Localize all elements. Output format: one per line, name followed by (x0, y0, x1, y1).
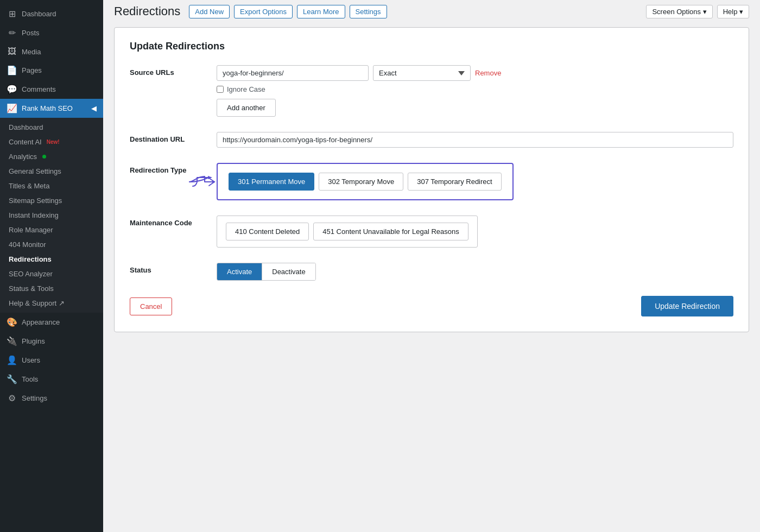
svg-marker-1 (208, 176, 212, 179)
sidebar-item-dashboard[interactable]: ⊞ Dashboard (0, 4, 103, 23)
settings-icon: ⚙ (7, 393, 17, 403)
topbar-right: Screen Options ▾ Help ▾ (646, 5, 749, 18)
rankmath-chevron: ◀ (91, 104, 97, 112)
submenu-titles-meta[interactable]: Titles & Meta (0, 179, 103, 193)
type-302-button[interactable]: 302 Temporary Move (319, 173, 403, 191)
type-307-button[interactable]: 307 Temporary Redirect (408, 173, 502, 191)
destination-url-label: Destination URL (130, 132, 217, 143)
settings-button[interactable]: Settings (350, 5, 387, 18)
ignore-case-row: Ignore Case (217, 85, 733, 93)
export-options-button[interactable]: Export Options (234, 5, 293, 18)
add-new-button[interactable]: Add New (189, 5, 230, 18)
plugins-icon: 🔌 (7, 336, 17, 346)
status-label: Status (130, 263, 217, 274)
match-type-select[interactable]: Exact Contains Starts With Ends With Reg… (373, 65, 471, 81)
sidebar-item-pages[interactable]: 📄 Pages (0, 61, 103, 80)
cancel-button[interactable]: Cancel (130, 297, 172, 315)
sidebar-item-appearance[interactable]: 🎨 Appearance (0, 313, 103, 332)
code-410-button[interactable]: 410 Content Deleted (226, 223, 309, 240)
sidebar-item-tools[interactable]: 🔧 Tools (0, 370, 103, 389)
content-ai-badge: New! (47, 139, 60, 145)
source-urls-label: Source URLs (130, 65, 217, 77)
update-redirection-button[interactable]: Update Redirection (641, 296, 733, 316)
form-card: Update Redirections Source URLs Exact Co… (114, 27, 749, 332)
submenu-seo-analyzer[interactable]: SEO Analyzer (0, 267, 103, 281)
main-content: Redirections Add New Export Options Lear… (103, 0, 760, 532)
submenu-instant-indexing[interactable]: Instant Indexing (0, 208, 103, 223)
code-451-button[interactable]: 451 Content Unavailable for Legal Reason… (313, 223, 468, 240)
form-footer: Cancel Update Redirection (130, 296, 733, 316)
sidebar-item-plugins[interactable]: 🔌 Plugins (0, 332, 103, 351)
remove-link[interactable]: Remove (475, 69, 501, 77)
activate-button[interactable]: Activate (217, 263, 262, 280)
sidebar: ⊞ Dashboard ✏ Posts 🖼 Media 📄 Pages 💬 Co… (0, 0, 103, 532)
users-icon: 👤 (7, 355, 17, 365)
type-buttons: 301 Permanent Move 302 Temporary Move 30… (229, 173, 502, 191)
destination-url-row: Destination URL (130, 132, 733, 148)
appearance-icon: 🎨 (7, 317, 17, 327)
source-url-input-row: Exact Contains Starts With Ends With Reg… (217, 65, 733, 81)
submenu-help-support[interactable]: Help & Support ↗ (0, 296, 103, 311)
submenu-status-tools[interactable]: Status & Tools (0, 281, 103, 296)
section-title: Update Redirections (130, 41, 733, 52)
add-another-button[interactable]: Add another (217, 99, 276, 117)
ignore-case-label[interactable]: Ignore Case (227, 85, 265, 93)
topbar: Redirections Add New Export Options Lear… (103, 0, 760, 18)
media-icon: 🖼 (7, 47, 17, 56)
type-301-button[interactable]: 301 Permanent Move (229, 173, 314, 191)
submenu-404-monitor[interactable]: 404 Monitor (0, 237, 103, 252)
sidebar-item-comments[interactable]: 💬 Comments (0, 80, 103, 99)
arrow-container: 301 Permanent Move 302 Temporary Move 30… (217, 163, 733, 200)
redirection-type-row: Redirection Type (130, 163, 733, 200)
submenu-content-ai[interactable]: Content AI New! (0, 135, 103, 149)
page-title: Redirections (114, 4, 180, 18)
sidebar-item-rankmath[interactable]: 📈 Rank Math SEO ◀ (0, 99, 103, 118)
submenu-analytics[interactable]: Analytics (0, 149, 103, 164)
status-buttons: Activate Deactivate (217, 263, 316, 281)
destination-url-input[interactable] (217, 132, 733, 148)
tools-icon: 🔧 (7, 374, 17, 384)
status-row: Status Activate Deactivate (130, 263, 733, 281)
purple-arrow (192, 175, 213, 188)
ignore-case-checkbox[interactable] (217, 86, 224, 93)
learn-more-button[interactable]: Learn More (297, 5, 345, 18)
submenu-dashboard[interactable]: Dashboard (0, 120, 103, 135)
source-urls-row: Source URLs Exact Contains Starts With E… (130, 65, 733, 117)
redirection-type-wrapper: 301 Permanent Move 302 Temporary Move 30… (217, 163, 514, 200)
dashboard-icon: ⊞ (7, 9, 17, 19)
help-button[interactable]: Help ▾ (717, 5, 749, 18)
source-urls-field: Exact Contains Starts With Ends With Reg… (217, 65, 733, 117)
status-field: Activate Deactivate (217, 263, 733, 281)
pages-icon: 📄 (7, 65, 17, 75)
sidebar-item-users[interactable]: 👤 Users (0, 351, 103, 370)
maintenance-code-row: Maintenance Code 410 Content Deleted 451… (130, 216, 733, 248)
topbar-left: Redirections Add New Export Options Lear… (114, 4, 387, 18)
sidebar-item-media[interactable]: 🖼 Media (0, 42, 103, 61)
sidebar-item-posts[interactable]: ✏ Posts (0, 23, 103, 42)
deactivate-button[interactable]: Deactivate (262, 263, 315, 280)
maintenance-code-label: Maintenance Code (130, 216, 217, 227)
submenu-general-settings[interactable]: General Settings (0, 164, 103, 179)
comments-icon: 💬 (7, 84, 17, 94)
posts-icon: ✏ (7, 28, 17, 38)
screen-options-button[interactable]: Screen Options ▾ (646, 5, 712, 18)
sidebar-item-settings[interactable]: ⚙ Settings (0, 389, 103, 408)
maintenance-code-wrapper: 410 Content Deleted 451 Content Unavaila… (217, 216, 478, 248)
destination-url-field (217, 132, 733, 148)
redirection-type-label: Redirection Type (130, 163, 217, 174)
maintenance-code-field: 410 Content Deleted 451 Content Unavaila… (217, 216, 733, 248)
submenu-sitemap[interactable]: Sitemap Settings (0, 193, 103, 208)
rankmath-submenu: Dashboard Content AI New! Analytics Gene… (0, 118, 103, 313)
rankmath-icon: 📈 (7, 103, 17, 113)
submenu-redirections[interactable]: Redirections (0, 252, 103, 267)
submenu-role-manager[interactable]: Role Manager (0, 223, 103, 237)
redirection-type-field: 301 Permanent Move 302 Temporary Move 30… (217, 163, 733, 200)
source-url-input[interactable] (217, 65, 369, 81)
analytics-dot (42, 155, 46, 159)
